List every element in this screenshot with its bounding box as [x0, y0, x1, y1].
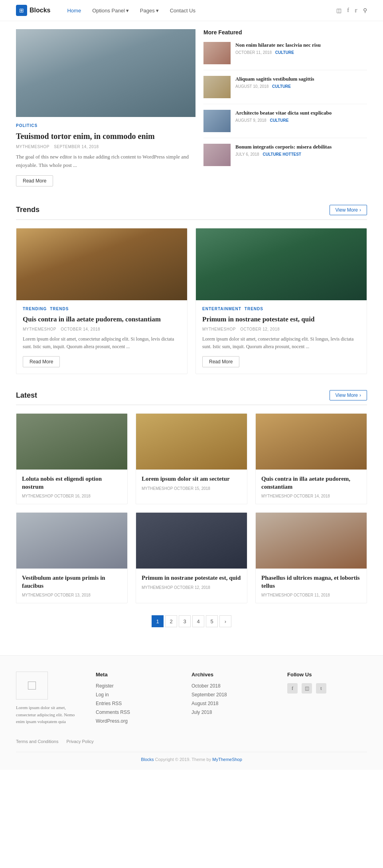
footer-link-entries-rss[interactable]: Entries RSS: [96, 701, 176, 706]
page-4[interactable]: 4: [192, 615, 204, 627]
more-featured-sidebar: More Featured Non enim hilarate nec lasc…: [203, 29, 367, 193]
nav-contact[interactable]: Contact Us: [165, 5, 200, 16]
trend-image-1: [16, 228, 187, 300]
latest-meta-2: MYTHEMESHOP OCTOBER 15, 2018: [142, 486, 241, 491]
trends-section: Trends View More › TRENDING TRENDS Quis …: [16, 205, 367, 374]
latest-card-6: Phasellus id ultrices magna, et lobortis…: [255, 512, 367, 603]
featured-meta: MYTHEMESHOP SEPTEMBER 14, 2018: [16, 145, 195, 149]
chevron-down-icon: ▾: [126, 8, 129, 14]
nav-pages[interactable]: Pages ▾: [135, 5, 164, 16]
latest-meta-4: MYTHEMESHOP OCTOBER 13, 2018: [22, 593, 122, 597]
footer-privacy[interactable]: Privacy Policy: [66, 739, 93, 744]
latest-meta-6: MYTHEMESHOP OCTOBER 11, 2018: [261, 593, 361, 597]
footer-link-wordpress[interactable]: WordPress.org: [96, 718, 176, 724]
latest-image-2: [136, 414, 247, 470]
latest-card-4: Vestibulum ante ipsum primis in faucibus…: [16, 512, 128, 603]
mf-thumb-1: [203, 42, 231, 64]
featured-excerpt: The goal of this new editor is to make a…: [16, 153, 195, 170]
mf-title-2: Aliquam sagittis vestibulum sagittis: [235, 76, 367, 83]
page-1[interactable]: 1: [152, 615, 164, 627]
chevron-down-icon: ▾: [156, 8, 159, 14]
featured-read-more[interactable]: Read More: [16, 175, 53, 186]
footer-link-oct[interactable]: October 2018: [192, 683, 271, 689]
trend-read-more-1[interactable]: Read More: [23, 356, 60, 367]
latest-card-5: Primum in nostrane potestate est, quid M…: [136, 512, 247, 603]
footer-twitter-icon[interactable]: t: [316, 683, 326, 694]
twitter-icon[interactable]: 𝕣: [355, 7, 357, 14]
page-next[interactable]: ›: [219, 615, 231, 627]
footer-instagram-icon[interactable]: ◫: [302, 683, 312, 694]
footer-link-comments-rss[interactable]: Comments RSS: [96, 709, 176, 715]
trend-card-1: TRENDING TRENDS Quis contra in illa aeta…: [16, 228, 188, 374]
footer-top: Lorem ipsum dolor sit amet, consectetur …: [16, 672, 367, 727]
site-footer: Lorem ipsum dolor sit amet, consectetur …: [0, 655, 383, 770]
footer-description: Lorem ipsum dolor sit amet, consectetur …: [16, 704, 80, 725]
latest-card-3: Quis contra in illa aetate pudorem, cons…: [255, 413, 367, 504]
mf-item-1: Non enim hilarate nec lascivia nec risu …: [203, 42, 367, 70]
latest-card-title-5: Primum in nostrane potestate est, quid: [142, 574, 241, 582]
logo-text: Blocks: [30, 7, 50, 14]
pagination: 1 2 3 4 5 ›: [16, 615, 367, 627]
mf-thumb-4: [203, 144, 231, 166]
page-2[interactable]: 2: [165, 615, 177, 627]
latest-grid: Loluta nobis est eligendi option nostrum…: [16, 413, 367, 603]
footer-link-aug[interactable]: August 2018: [192, 701, 271, 706]
featured-main: POLITICS Teuismod tortor enim, in commod…: [16, 29, 195, 193]
mf-meta-3: AUGUST 9, 2018 CULTURE: [235, 118, 367, 123]
footer-mythemeshop-link[interactable]: MyThemeShop: [212, 757, 242, 762]
footer-link-register[interactable]: Register: [96, 683, 176, 689]
trends-view-more[interactable]: View More ›: [330, 205, 367, 215]
instagram-icon[interactable]: ◫: [336, 7, 342, 14]
footer-terms[interactable]: Terms and Conditions: [16, 739, 58, 744]
mf-meta-4: JULY 6, 2018 CULTURE HOTTEST: [235, 152, 367, 157]
latest-meta-3: MYTHEMESHOP OCTOBER 14, 2018: [261, 494, 361, 498]
mf-meta-1: OCTOBER 11, 2018 CULTURE: [235, 50, 367, 55]
trend-excerpt-2: Lorem ipsum dolor sit amet, consectetur …: [202, 335, 360, 351]
footer-link-login[interactable]: Log in: [96, 692, 176, 698]
latest-image-1: [16, 414, 127, 470]
mf-title-1: Non enim hilarate nec lascivia nec risu: [235, 42, 367, 49]
latest-card-title-4: Vestibulum ante ipsum primis in faucibus: [22, 574, 122, 590]
trend-excerpt-1: Lorem ipsum dolor sit amet, consectetur …: [23, 335, 181, 351]
featured-title: Teuismod tortor enim, in commodo enim: [16, 131, 195, 141]
header-icons: ◫ f 𝕣 ⚲: [336, 7, 367, 14]
latest-view-more[interactable]: View More ›: [330, 390, 367, 400]
latest-card-1: Loluta nobis est eligendi option nostrum…: [16, 413, 128, 504]
latest-card-title-6: Phasellus id ultrices magna, et lobortis…: [261, 574, 361, 590]
facebook-icon[interactable]: f: [347, 7, 349, 14]
trend-tags-1: TRENDING TRENDS: [23, 307, 181, 311]
featured-tag: POLITICS: [16, 123, 195, 128]
featured-image: [16, 29, 195, 117]
nav-options[interactable]: Options Panel ▾: [87, 5, 134, 16]
page-3[interactable]: 3: [179, 615, 191, 627]
trends-grid: TRENDING TRENDS Quis contra in illa aeta…: [16, 228, 367, 374]
logo-icon: [16, 5, 27, 16]
footer-follow-title: Follow Us: [287, 672, 367, 678]
latest-card-title-1: Loluta nobis est eligendi option nostrum: [22, 475, 122, 491]
latest-image-4: [16, 513, 127, 569]
footer-social-links: f ◫ t: [287, 683, 367, 694]
trend-title-2: Primum in nostrane potestate est, quid: [202, 315, 360, 324]
page-5[interactable]: 5: [206, 615, 218, 627]
footer-link-sep[interactable]: September 2018: [192, 692, 271, 698]
trend-read-more-2[interactable]: Read More: [202, 356, 239, 367]
main-content: POLITICS Teuismod tortor enim, in commod…: [0, 21, 383, 655]
nav-home[interactable]: Home: [62, 5, 86, 16]
footer-meta-col: Meta Register Log in Entries RSS Comment…: [96, 672, 176, 727]
footer-archives-col: Archives October 2018 September 2018 Aug…: [192, 672, 271, 727]
latest-image-6: [256, 513, 367, 569]
latest-card-title-3: Quis contra in illa aetate pudorem, cons…: [261, 475, 361, 491]
latest-meta-5: MYTHEMESHOP OCTOBER 12, 2018: [142, 585, 241, 590]
featured-author: MYTHEMESHOP: [16, 145, 49, 149]
footer-facebook-icon[interactable]: f: [287, 683, 298, 694]
footer-link-jul[interactable]: July 2018: [192, 709, 271, 715]
footer-brand-link[interactable]: Blocks: [141, 757, 154, 762]
featured-section: POLITICS Teuismod tortor enim, in commod…: [16, 29, 367, 193]
logo[interactable]: Blocks: [16, 5, 50, 16]
search-icon[interactable]: ⚲: [363, 7, 367, 14]
footer-meta-title: Meta: [96, 672, 176, 678]
mf-title-4: Bonum integratis corporis: misera debili…: [235, 144, 367, 151]
footer-archives-title: Archives: [192, 672, 271, 678]
latest-image-5: [136, 513, 247, 569]
trend-tags-2: ENTERTAINMENT TRENDS: [202, 307, 360, 311]
